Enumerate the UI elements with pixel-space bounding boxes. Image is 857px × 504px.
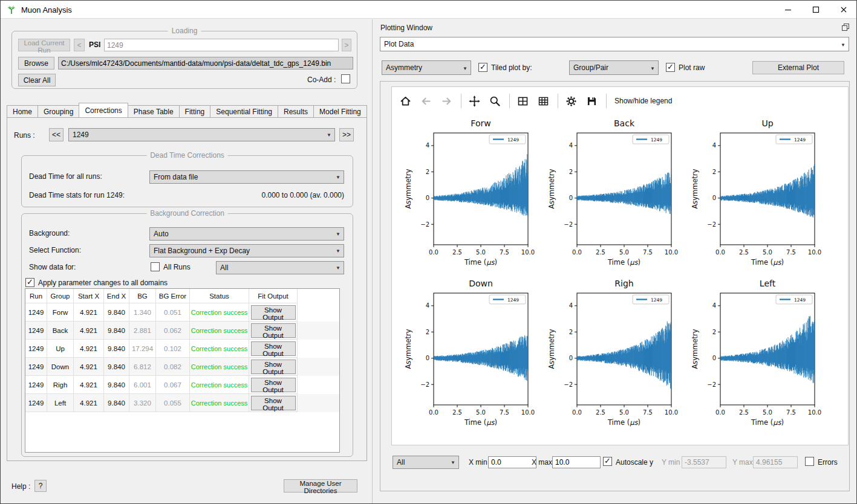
table-cell[interactable]: 1249 (25, 340, 47, 358)
autoscale-y-checkbox[interactable] (603, 457, 612, 466)
back-icon[interactable] (420, 95, 432, 108)
table-cell[interactable]: 17.294 (129, 340, 156, 358)
dead-time-combo[interactable]: From data file ▼ (149, 170, 344, 184)
table-cell[interactable]: 9.840 (104, 303, 129, 321)
table-cell[interactable]: Forw (47, 303, 74, 321)
show-output-button[interactable]: Show Output (251, 323, 296, 338)
table-cell[interactable]: 0.062 (156, 321, 190, 340)
column-header[interactable]: Group (47, 289, 74, 303)
minimize-button[interactable] (774, 1, 802, 19)
external-plot-button[interactable]: External Plot (752, 61, 844, 74)
tab-results[interactable]: Results (278, 105, 314, 118)
subplots-icon[interactable] (537, 95, 550, 108)
plot-tile-down[interactable]: Down420−20.02.55.07.510.0AsymmetryTime (… (400, 275, 539, 433)
help-button[interactable]: ? (34, 480, 47, 492)
panel-splitter[interactable] (372, 19, 373, 504)
xmax-input[interactable] (552, 456, 601, 468)
plot-tile-left[interactable]: Left420−20.02.55.07.510.0AsymmetryTime (… (686, 275, 826, 433)
tab-sequential-fitting[interactable]: Sequential Fitting (210, 105, 278, 118)
tab-home[interactable]: Home (7, 105, 38, 118)
plot-raw-checkbox[interactable] (666, 63, 675, 72)
table-cell[interactable]: Down (47, 358, 74, 376)
table-cell[interactable]: Correction success (190, 358, 249, 376)
browse-button[interactable]: Browse (18, 57, 54, 69)
file-path-field[interactable] (58, 57, 353, 69)
column-header[interactable]: Run (25, 289, 47, 303)
tiles-icon[interactable] (516, 95, 529, 108)
table-cell[interactable]: 1249 (25, 394, 47, 412)
table-cell[interactable]: 0.051 (156, 303, 190, 321)
table-cell[interactable]: Righ (47, 376, 74, 394)
legend-toggle-label[interactable]: Show/hide legend (614, 97, 672, 105)
customize-icon[interactable] (565, 95, 578, 108)
table-cell[interactable]: 1.340 (129, 303, 156, 321)
table-cell[interactable]: Correction success (190, 376, 249, 394)
plot-tile-righ[interactable]: Righ420−20.02.55.07.510.0AsymmetryTime (… (543, 275, 682, 433)
table-cell[interactable]: Back (47, 321, 74, 340)
table-cell[interactable]: 1249 (25, 303, 47, 321)
table-cell[interactable]: 0.082 (156, 358, 190, 376)
table-cell[interactable]: 9.840 (104, 340, 129, 358)
table-cell[interactable]: 4.921 (74, 340, 104, 358)
tab-model-fitting[interactable]: Model Fitting (314, 105, 367, 118)
tab-phase-table[interactable]: Phase Table (128, 105, 180, 118)
pan-icon[interactable] (468, 95, 481, 108)
load-current-run-button[interactable]: Load Current Run (18, 39, 70, 51)
figure-canvas[interactable]: Show/hide legend Forw420−20.02.55.07.510… (391, 86, 849, 445)
maximize-button[interactable] (802, 1, 830, 19)
table-cell[interactable]: 4.921 (74, 321, 104, 340)
plot-tile-up[interactable]: Up420−20.02.55.07.510.0AsymmetryTime (μs… (686, 115, 826, 273)
table-cell[interactable]: 6.812 (129, 358, 156, 376)
column-header[interactable]: Fit Output (249, 289, 298, 303)
clear-all-button[interactable]: Clear All (18, 74, 56, 86)
plot-tile-back[interactable]: Back420−20.02.55.07.510.0AsymmetryTime (… (543, 115, 682, 273)
tab-grouping[interactable]: Grouping (38, 105, 79, 118)
plot-type-combo[interactable]: Asymmetry ▼ (382, 60, 471, 75)
column-header[interactable]: BG Error (156, 289, 190, 303)
table-cell[interactable]: 0.102 (156, 340, 190, 358)
column-header[interactable]: Status (190, 289, 249, 303)
run-number-input[interactable] (104, 39, 339, 51)
previous-run-button[interactable]: < (74, 39, 85, 51)
tab-fitting[interactable]: Fitting (180, 105, 211, 118)
show-output-button[interactable]: Show Output (251, 360, 296, 374)
show-data-combo[interactable]: All ▼ (216, 261, 344, 274)
ymax-input[interactable] (753, 456, 798, 468)
tiled-plot-checkbox[interactable] (478, 63, 487, 72)
float-dock-icon[interactable] (841, 23, 850, 31)
runs-combo[interactable]: 1249 ▼ (68, 128, 335, 141)
table-cell[interactable]: 6.001 (129, 376, 156, 394)
table-cell[interactable]: 4.921 (74, 376, 104, 394)
ymin-input[interactable] (682, 456, 726, 468)
table-cell[interactable]: Correction success (190, 321, 249, 340)
table-cell[interactable]: 1249 (25, 358, 47, 376)
show-output-button[interactable]: Show Output (251, 341, 296, 356)
table-cell[interactable]: 0.055 (156, 394, 190, 412)
table-cell[interactable]: 4.921 (74, 358, 104, 376)
table-cell[interactable]: Correction success (190, 394, 249, 412)
show-output-button[interactable]: Show Output (251, 396, 296, 410)
table-cell[interactable]: Correction success (190, 340, 249, 358)
column-header[interactable]: Start X (74, 289, 104, 303)
title-bar[interactable]: Muon Analysis (1, 1, 856, 19)
table-cell[interactable]: 9.840 (104, 358, 129, 376)
table-cell[interactable]: 4.921 (74, 303, 104, 321)
background-combo[interactable]: Auto ▼ (149, 227, 344, 241)
plot-tile-forw[interactable]: Forw420−20.02.55.07.510.0AsymmetryTime (… (400, 115, 539, 273)
table-cell[interactable]: 1249 (25, 376, 47, 394)
table-cell[interactable]: 9.840 (104, 376, 129, 394)
tile-by-combo[interactable]: Group/Pair ▼ (569, 60, 659, 75)
table-cell[interactable]: 0.067 (156, 376, 190, 394)
apply-all-domains-checkbox[interactable] (25, 278, 34, 287)
home-icon[interactable] (399, 95, 412, 108)
plot-data-combo[interactable]: Plot Data ▼ (380, 37, 849, 51)
table-cell[interactable]: 9.840 (104, 394, 129, 412)
table-cell[interactable]: 1249 (25, 321, 47, 340)
manage-user-directories-button[interactable]: Manage User Directories (284, 479, 357, 493)
select-function-combo[interactable]: Flat Background + Exp Decay ▼ (149, 244, 344, 257)
column-header[interactable]: BG (129, 289, 156, 303)
co-add-checkbox[interactable] (341, 74, 350, 83)
table-cell[interactable]: 2.881 (129, 321, 156, 340)
next-run-button[interactable]: > (342, 39, 351, 51)
column-header[interactable]: End X (104, 289, 129, 303)
